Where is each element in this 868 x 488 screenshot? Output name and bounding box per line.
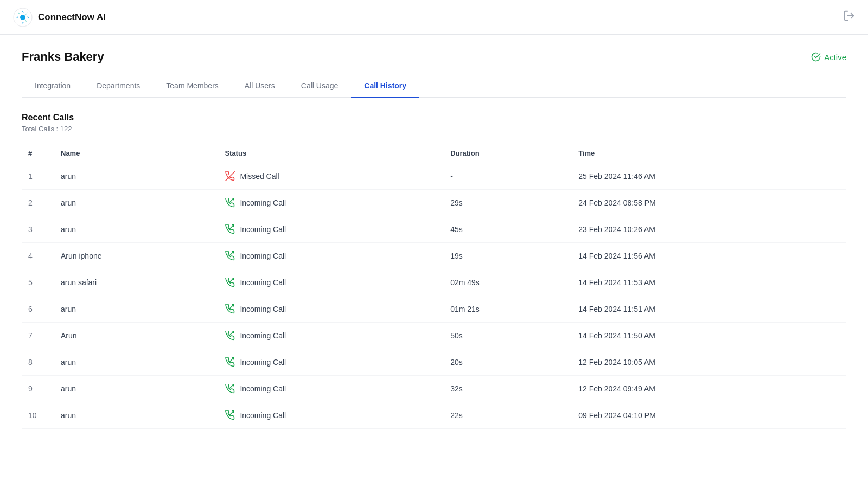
- cell-time: 25 Feb 2024 11:46 AM: [572, 163, 846, 190]
- cell-duration: -: [444, 163, 572, 190]
- cell-duration: 19s: [444, 243, 572, 269]
- status-label: Incoming Call: [240, 384, 286, 393]
- svg-line-4: [230, 198, 234, 203]
- table-row: 4 Arun iphone Incoming Call 19s 14 Feb 2…: [22, 243, 846, 269]
- status-label: Incoming Call: [240, 331, 286, 340]
- tab-team-members[interactable]: Team Members: [153, 75, 231, 98]
- cell-num: 6: [22, 296, 54, 323]
- table-row: 9 arun Incoming Call 32s 12 Feb 2024 09:…: [22, 376, 846, 402]
- cell-name: arun: [54, 349, 218, 376]
- cell-time: 14 Feb 2024 11:51 AM: [572, 296, 846, 323]
- active-check-icon: [811, 52, 821, 62]
- tab-all-users[interactable]: All Users: [232, 75, 288, 98]
- cell-status: Incoming Call: [218, 402, 444, 429]
- incoming-call-icon: [225, 383, 235, 394]
- page-header: Franks Bakery Active: [22, 50, 846, 64]
- incoming-call-icon: [225, 357, 235, 368]
- cell-num: 9: [22, 376, 54, 402]
- table-row: 6 arun Incoming Call 01m 21s 14 Feb 2024…: [22, 296, 846, 323]
- cell-num: 4: [22, 243, 54, 269]
- cell-duration: 20s: [444, 349, 572, 376]
- cell-time: 12 Feb 2024 09:49 AM: [572, 376, 846, 402]
- status-label: Missed Call: [240, 172, 279, 181]
- missed-call-icon: [225, 171, 235, 182]
- cell-status: Incoming Call: [218, 349, 444, 376]
- cell-name: arun safari: [54, 269, 218, 296]
- cell-name: arun: [54, 296, 218, 323]
- cell-duration: 22s: [444, 402, 572, 429]
- page-title: Franks Bakery: [22, 50, 104, 64]
- table-row: 3 arun Incoming Call 45s 23 Feb 2024 10:…: [22, 216, 846, 243]
- incoming-call-icon: [225, 197, 235, 208]
- cell-status: Incoming Call: [218, 216, 444, 243]
- active-label: Active: [824, 53, 846, 62]
- status-label: Incoming Call: [240, 411, 286, 420]
- status-label: Incoming Call: [240, 278, 286, 287]
- cell-status: Incoming Call: [218, 376, 444, 402]
- cell-time: 14 Feb 2024 11:50 AM: [572, 323, 846, 349]
- tab-departments[interactable]: Departments: [84, 75, 153, 98]
- col-num: #: [22, 144, 54, 163]
- svg-point-1: [20, 15, 25, 20]
- cell-status: Incoming Call: [218, 269, 444, 296]
- status-label: Incoming Call: [240, 305, 286, 313]
- section-title: Recent Calls: [22, 113, 846, 123]
- recent-calls-section: Recent Calls Total Calls : 122 # Name St…: [22, 113, 846, 429]
- col-time: Time: [572, 144, 846, 163]
- table-row: 10 arun Incoming Call 22s 09 Feb 2024 04…: [22, 402, 846, 429]
- svg-line-6: [230, 252, 234, 256]
- app-logo-icon: [13, 8, 33, 27]
- cell-time: 09 Feb 2024 04:10 PM: [572, 402, 846, 429]
- col-duration: Duration: [444, 144, 572, 163]
- cell-num: 10: [22, 402, 54, 429]
- logout-icon[interactable]: [843, 10, 855, 24]
- calls-table: # Name Status Duration Time 1 arun Misse…: [22, 144, 846, 429]
- cell-name: arun: [54, 402, 218, 429]
- cell-duration: 50s: [444, 323, 572, 349]
- cell-num: 2: [22, 190, 54, 216]
- incoming-call-icon: [225, 304, 235, 314]
- active-badge: Active: [811, 52, 846, 62]
- table-row: 1 arun Missed Call - 25 Feb 2024 11:46 A…: [22, 163, 846, 190]
- tabs: Integration Departments Team Members All…: [22, 75, 846, 98]
- total-calls: Total Calls : 122: [22, 125, 846, 133]
- table-row: 5 arun safari Incoming Call 02m 49s 14 F…: [22, 269, 846, 296]
- col-name: Name: [54, 144, 218, 163]
- svg-line-9: [230, 331, 234, 336]
- svg-line-5: [230, 225, 234, 229]
- app-title: ConnectNow AI: [38, 12, 106, 23]
- tab-call-history[interactable]: Call History: [351, 75, 419, 98]
- cell-time: 14 Feb 2024 11:53 AM: [572, 269, 846, 296]
- cell-status: Incoming Call: [218, 190, 444, 216]
- incoming-call-icon: [225, 251, 235, 261]
- top-bar: ConnectNow AI: [0, 0, 868, 35]
- cell-duration: 29s: [444, 190, 572, 216]
- tab-integration[interactable]: Integration: [22, 75, 84, 98]
- table-row: 8 arun Incoming Call 20s 12 Feb 2024 10:…: [22, 349, 846, 376]
- cell-name: arun: [54, 216, 218, 243]
- cell-time: 12 Feb 2024 10:05 AM: [572, 349, 846, 376]
- table-row: 2 arun Incoming Call 29s 24 Feb 2024 08:…: [22, 190, 846, 216]
- cell-num: 5: [22, 269, 54, 296]
- cell-num: 1: [22, 163, 54, 190]
- tab-call-usage[interactable]: Call Usage: [288, 75, 351, 98]
- cell-name: Arun iphone: [54, 243, 218, 269]
- table-row: 7 Arun Incoming Call 50s 14 Feb 2024 11:…: [22, 323, 846, 349]
- cell-num: 8: [22, 349, 54, 376]
- cell-num: 7: [22, 323, 54, 349]
- cell-time: 14 Feb 2024 11:56 AM: [572, 243, 846, 269]
- col-status: Status: [218, 144, 444, 163]
- incoming-call-icon: [225, 277, 235, 288]
- svg-line-10: [230, 358, 234, 362]
- svg-line-12: [230, 411, 234, 415]
- svg-line-11: [230, 384, 234, 389]
- incoming-call-icon: [225, 224, 235, 235]
- status-label: Incoming Call: [240, 252, 286, 260]
- page-content: Franks Bakery Active Integration Departm…: [0, 35, 868, 429]
- cell-status: Incoming Call: [218, 296, 444, 323]
- cell-duration: 45s: [444, 216, 572, 243]
- cell-time: 23 Feb 2024 10:26 AM: [572, 216, 846, 243]
- cell-status: Missed Call: [218, 163, 444, 190]
- svg-line-8: [230, 305, 234, 309]
- cell-status: Incoming Call: [218, 323, 444, 349]
